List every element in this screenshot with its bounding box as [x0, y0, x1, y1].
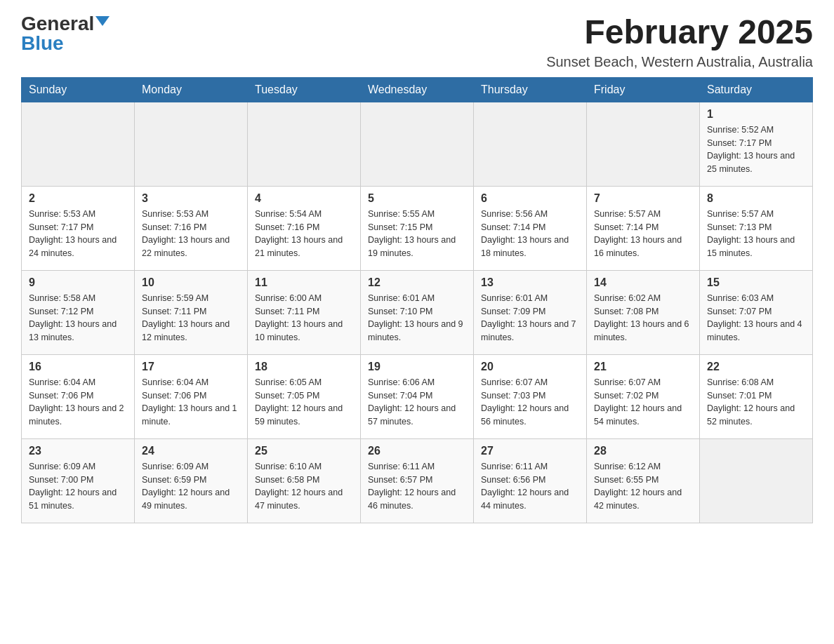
calendar-cell: 14Sunrise: 6:02 AMSunset: 7:08 PMDayligh…: [587, 270, 700, 354]
page-header: General Blue February 2025 Sunset Beach,…: [21, 14, 813, 70]
calendar-cell: 4Sunrise: 5:54 AMSunset: 7:16 PMDaylight…: [248, 186, 361, 270]
day-info: Sunrise: 6:02 AMSunset: 7:08 PMDaylight:…: [594, 293, 689, 342]
calendar-week-row: 9Sunrise: 5:58 AMSunset: 7:12 PMDaylight…: [22, 270, 813, 354]
weekday-header-friday: Friday: [587, 77, 700, 102]
day-info: Sunrise: 5:53 AMSunset: 7:16 PMDaylight:…: [142, 209, 230, 258]
day-number: 17: [142, 361, 240, 373]
calendar-cell: 24Sunrise: 6:09 AMSunset: 6:59 PMDayligh…: [135, 438, 248, 523]
day-number: 8: [707, 192, 805, 205]
day-info: Sunrise: 6:05 AMSunset: 7:05 PMDaylight:…: [255, 377, 343, 427]
day-info: Sunrise: 6:11 AMSunset: 6:56 PMDaylight:…: [481, 462, 569, 511]
day-number: 15: [707, 276, 805, 289]
day-number: 14: [594, 276, 692, 289]
day-info: Sunrise: 6:08 AMSunset: 7:01 PMDaylight:…: [707, 377, 795, 427]
calendar-cell: 10Sunrise: 5:59 AMSunset: 7:11 PMDayligh…: [135, 270, 248, 354]
day-info: Sunrise: 6:04 AMSunset: 7:06 PMDaylight:…: [29, 377, 124, 427]
day-info: Sunrise: 6:12 AMSunset: 6:55 PMDaylight:…: [594, 462, 682, 511]
calendar-cell: 3Sunrise: 5:53 AMSunset: 7:16 PMDaylight…: [135, 186, 248, 270]
weekday-header-thursday: Thursday: [474, 77, 587, 102]
day-info: Sunrise: 5:54 AMSunset: 7:16 PMDaylight:…: [255, 209, 343, 258]
day-info: Sunrise: 6:03 AMSunset: 7:07 PMDaylight:…: [707, 293, 802, 342]
calendar-week-row: 16Sunrise: 6:04 AMSunset: 7:06 PMDayligh…: [22, 354, 813, 438]
day-number: 19: [368, 361, 466, 373]
day-number: 24: [142, 445, 240, 457]
day-number: 11: [255, 276, 353, 289]
calendar-cell: 7Sunrise: 5:57 AMSunset: 7:14 PMDaylight…: [587, 186, 700, 270]
day-info: Sunrise: 5:55 AMSunset: 7:15 PMDaylight:…: [368, 209, 456, 258]
day-number: 18: [255, 361, 353, 373]
calendar-cell: 9Sunrise: 5:58 AMSunset: 7:12 PMDaylight…: [22, 270, 135, 354]
calendar-cell: 12Sunrise: 6:01 AMSunset: 7:10 PMDayligh…: [361, 270, 474, 354]
weekday-header-monday: Monday: [135, 77, 248, 102]
day-info: Sunrise: 5:57 AMSunset: 7:14 PMDaylight:…: [594, 209, 682, 258]
calendar-cell: 21Sunrise: 6:07 AMSunset: 7:02 PMDayligh…: [587, 354, 700, 438]
day-number: 6: [481, 192, 579, 205]
day-number: 21: [594, 361, 692, 373]
calendar-week-row: 2Sunrise: 5:53 AMSunset: 7:17 PMDaylight…: [22, 186, 813, 270]
location-subtitle: Sunset Beach, Western Australia, Austral…: [546, 54, 813, 70]
calendar-cell: 1Sunrise: 5:52 AMSunset: 7:17 PMDaylight…: [700, 102, 813, 186]
calendar-table: SundayMondayTuesdayWednesdayThursdayFrid…: [21, 77, 813, 523]
calendar-cell: 28Sunrise: 6:12 AMSunset: 6:55 PMDayligh…: [587, 438, 700, 523]
calendar-cell: 2Sunrise: 5:53 AMSunset: 7:17 PMDaylight…: [22, 186, 135, 270]
day-number: 25: [255, 445, 353, 457]
logo: General Blue: [21, 14, 110, 53]
calendar-week-row: 1Sunrise: 5:52 AMSunset: 7:17 PMDaylight…: [22, 102, 813, 186]
logo-general: General: [21, 14, 94, 34]
calendar-cell: [474, 102, 587, 186]
calendar-cell: 16Sunrise: 6:04 AMSunset: 7:06 PMDayligh…: [22, 354, 135, 438]
calendar-cell: 26Sunrise: 6:11 AMSunset: 6:57 PMDayligh…: [361, 438, 474, 523]
day-info: Sunrise: 5:59 AMSunset: 7:11 PMDaylight:…: [142, 293, 230, 342]
calendar-cell: 19Sunrise: 6:06 AMSunset: 7:04 PMDayligh…: [361, 354, 474, 438]
day-number: 7: [594, 192, 692, 205]
day-number: 5: [368, 192, 466, 205]
day-info: Sunrise: 5:56 AMSunset: 7:14 PMDaylight:…: [481, 209, 569, 258]
day-info: Sunrise: 6:09 AMSunset: 7:00 PMDaylight:…: [29, 462, 117, 511]
day-number: 9: [29, 276, 127, 289]
calendar-week-row: 23Sunrise: 6:09 AMSunset: 7:00 PMDayligh…: [22, 438, 813, 523]
day-info: Sunrise: 5:52 AMSunset: 7:17 PMDaylight:…: [707, 125, 795, 174]
day-info: Sunrise: 6:01 AMSunset: 7:09 PMDaylight:…: [481, 293, 576, 342]
day-info: Sunrise: 6:06 AMSunset: 7:04 PMDaylight:…: [368, 377, 456, 427]
day-info: Sunrise: 5:58 AMSunset: 7:12 PMDaylight:…: [29, 293, 117, 342]
day-number: 23: [29, 445, 127, 457]
day-number: 26: [368, 445, 466, 457]
weekday-header-tuesday: Tuesday: [248, 77, 361, 102]
day-info: Sunrise: 5:53 AMSunset: 7:17 PMDaylight:…: [29, 209, 117, 258]
calendar-cell: 15Sunrise: 6:03 AMSunset: 7:07 PMDayligh…: [700, 270, 813, 354]
calendar-cell: [22, 102, 135, 186]
calendar-cell: 5Sunrise: 5:55 AMSunset: 7:15 PMDaylight…: [361, 186, 474, 270]
day-info: Sunrise: 6:09 AMSunset: 6:59 PMDaylight:…: [142, 462, 230, 511]
day-number: 16: [29, 361, 127, 373]
title-section: February 2025 Sunset Beach, Western Aust…: [546, 14, 813, 70]
weekday-header-sunday: Sunday: [22, 77, 135, 102]
calendar-header-row: SundayMondayTuesdayWednesdayThursdayFrid…: [22, 77, 813, 102]
day-info: Sunrise: 6:11 AMSunset: 6:57 PMDaylight:…: [368, 462, 456, 511]
day-number: 28: [594, 445, 692, 457]
day-number: 13: [481, 276, 579, 289]
day-info: Sunrise: 6:10 AMSunset: 6:58 PMDaylight:…: [255, 462, 343, 511]
day-number: 27: [481, 445, 579, 457]
calendar-cell: 27Sunrise: 6:11 AMSunset: 6:56 PMDayligh…: [474, 438, 587, 523]
calendar-cell: 6Sunrise: 5:56 AMSunset: 7:14 PMDaylight…: [474, 186, 587, 270]
calendar-cell: [135, 102, 248, 186]
day-number: 12: [368, 276, 466, 289]
logo-blue: Blue: [21, 34, 64, 53]
day-number: 1: [707, 108, 805, 121]
calendar-cell: 11Sunrise: 6:00 AMSunset: 7:11 PMDayligh…: [248, 270, 361, 354]
calendar-cell: 25Sunrise: 6:10 AMSunset: 6:58 PMDayligh…: [248, 438, 361, 523]
weekday-header-wednesday: Wednesday: [361, 77, 474, 102]
day-info: Sunrise: 5:57 AMSunset: 7:13 PMDaylight:…: [707, 209, 795, 258]
day-number: 3: [142, 192, 240, 205]
day-number: 20: [481, 361, 579, 373]
day-number: 22: [707, 361, 805, 373]
calendar-cell: 18Sunrise: 6:05 AMSunset: 7:05 PMDayligh…: [248, 354, 361, 438]
calendar-cell: 17Sunrise: 6:04 AMSunset: 7:06 PMDayligh…: [135, 354, 248, 438]
day-number: 4: [255, 192, 353, 205]
day-info: Sunrise: 6:07 AMSunset: 7:03 PMDaylight:…: [481, 377, 569, 427]
calendar-cell: 8Sunrise: 5:57 AMSunset: 7:13 PMDaylight…: [700, 186, 813, 270]
calendar-cell: [361, 102, 474, 186]
month-year-title: February 2025: [546, 14, 813, 51]
day-info: Sunrise: 6:00 AMSunset: 7:11 PMDaylight:…: [255, 293, 343, 342]
calendar-cell: 13Sunrise: 6:01 AMSunset: 7:09 PMDayligh…: [474, 270, 587, 354]
